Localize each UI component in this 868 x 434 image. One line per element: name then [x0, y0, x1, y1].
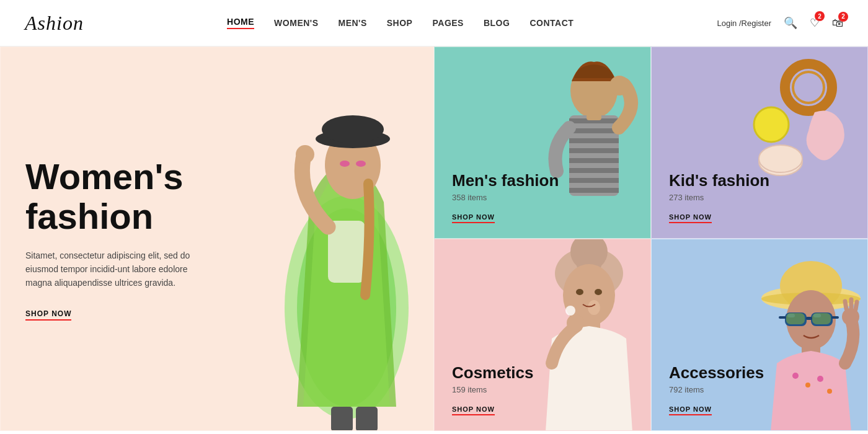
svg-rect-17 — [569, 158, 619, 163]
svg-rect-46 — [831, 316, 839, 319]
svg-point-22 — [609, 76, 629, 95]
nav-womens[interactable]: WOMEN'S — [274, 18, 318, 28]
svg-point-37 — [565, 306, 575, 316]
nav-contact[interactable]: CONTACT — [529, 18, 574, 28]
nav-pages[interactable]: PAGES — [432, 18, 463, 28]
category-tile-accessories: Accessories 792 items SHOP NOW — [651, 239, 868, 431]
accessories-shop-now-button[interactable]: SHOP NOW — [669, 405, 712, 415]
cart-icon[interactable]: 🛍 2 — [832, 17, 843, 30]
category-tile-mens: Men's fashion 358 items SHOP NOW — [434, 46, 651, 239]
svg-rect-15 — [569, 138, 619, 143]
svg-rect-16 — [569, 148, 619, 153]
category-tile-kids: Kid's fashion 273 items SHOP NOW — [651, 46, 868, 239]
mens-shop-now-button[interactable]: SHOP NOW — [452, 213, 495, 223]
svg-rect-14 — [569, 128, 619, 133]
svg-point-34 — [595, 289, 602, 295]
kids-count: 273 items — [669, 193, 850, 202]
mens-title: Men's fashion — [452, 171, 633, 190]
svg-rect-9 — [331, 407, 353, 430]
main-grid: Women's fashion Sitamet, consectetur adi… — [0, 46, 868, 431]
header-actions: Login /Register 🔍 ♡ 2 🛍 2 — [717, 16, 843, 30]
svg-point-27 — [759, 145, 802, 172]
kids-shop-now-button[interactable]: SHOP NOW — [669, 213, 712, 223]
cosmetics-title: Cosmetics — [452, 363, 633, 383]
header: Ashion HOME WOMEN'S MEN'S SHOP PAGES BLO… — [0, 0, 868, 46]
wishlist-icon[interactable]: ♡ 2 — [810, 16, 820, 30]
hero-description: Sitamet, consectetur adipiscing elit, se… — [25, 249, 199, 290]
login-link[interactable]: Login /Register — [717, 19, 771, 28]
svg-point-33 — [576, 289, 583, 295]
svg-rect-45 — [779, 316, 786, 319]
nav-mens[interactable]: MEN'S — [339, 18, 367, 28]
cosmetics-count: 159 items — [452, 385, 633, 394]
logo: Ashion — [25, 12, 84, 35]
svg-point-25 — [754, 107, 789, 142]
accessories-title: Accessories — [669, 363, 850, 383]
svg-rect-10 — [356, 407, 378, 430]
svg-rect-50 — [812, 313, 831, 324]
kids-items-area — [734, 56, 858, 183]
accessories-tile-content: Accessories 792 items SHOP NOW — [669, 363, 850, 415]
kids-tile-content: Kid's fashion 273 items SHOP NOW — [669, 171, 850, 223]
svg-point-32 — [588, 300, 600, 315]
svg-rect-44 — [806, 317, 812, 320]
nav-blog[interactable]: BLOG — [484, 18, 510, 28]
main-nav: HOME WOMEN'S MEN'S SHOP PAGES BLOG CONTA… — [227, 17, 574, 29]
wishlist-badge: 2 — [815, 11, 825, 21]
accessories-count: 792 items — [669, 385, 850, 394]
nav-shop[interactable]: SHOP — [387, 18, 413, 28]
search-icon[interactable]: 🔍 — [784, 16, 797, 30]
mens-tile-content: Men's fashion 358 items SHOP NOW — [452, 171, 633, 223]
cosmetics-shop-now-button[interactable]: SHOP NOW — [452, 405, 495, 415]
svg-point-36 — [567, 314, 584, 332]
mens-count: 358 items — [452, 193, 633, 202]
hero-shop-now-button[interactable]: SHOP NOW — [25, 309, 71, 321]
hero-text: Women's fashion Sitamet, consectetur adi… — [25, 157, 409, 321]
category-tile-cosmetics: Cosmetics 159 items SHOP NOW — [434, 239, 651, 431]
svg-rect-5 — [322, 115, 384, 143]
svg-point-24 — [793, 72, 824, 103]
cosmetics-tile-content: Cosmetics 159 items SHOP NOW — [452, 363, 633, 415]
hero-tile: Women's fashion Sitamet, consectetur adi… — [0, 46, 434, 431]
svg-rect-21 — [587, 109, 601, 120]
kids-title: Kid's fashion — [669, 171, 850, 190]
cart-badge: 2 — [838, 12, 848, 22]
nav-home[interactable]: HOME — [227, 17, 254, 29]
hero-title: Women's fashion — [25, 157, 409, 236]
svg-rect-49 — [786, 313, 805, 324]
